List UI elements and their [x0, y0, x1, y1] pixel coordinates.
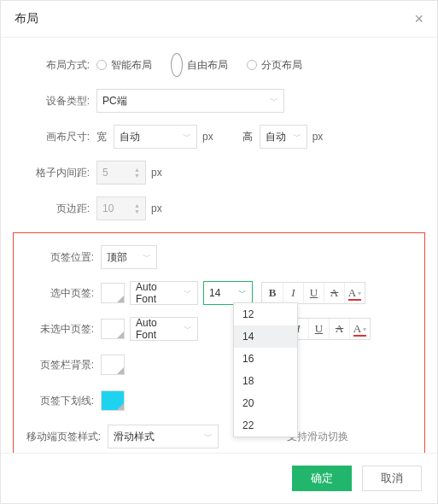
font-color-button[interactable]: A▾ [349, 319, 370, 339]
grid-gap-input[interactable]: ▲▼ [96, 161, 146, 185]
row-underline: 页签下划线: [22, 389, 416, 413]
chevron-up-icon: ▲ [134, 202, 140, 208]
underline-button[interactable]: U [303, 283, 324, 303]
close-icon[interactable]: × [414, 11, 423, 26]
radio-page-label: 分页布局 [261, 58, 302, 73]
stepper[interactable]: ▲▼ [134, 202, 140, 214]
device-value: PC端 [102, 94, 127, 108]
radio-page[interactable]: 分页布局 [247, 53, 302, 77]
radio-smart-label: 智能布局 [111, 58, 152, 73]
page-margin-input[interactable]: ▲▼ [96, 196, 146, 220]
cancel-button[interactable]: 取消 [362, 466, 422, 491]
dropdown-item[interactable]: 18 [234, 370, 297, 392]
label-mobile-tab: 移动端页签样式: [22, 430, 108, 444]
size-dropdown: 121416182022 [233, 302, 298, 437]
label-page-margin: 页边距: [18, 202, 96, 216]
ok-button[interactable]: 确定 [292, 466, 352, 491]
row-selected-tab: 选中页签: Auto Font ﹀ 14 ﹀ B I U A A▾ [22, 281, 416, 305]
chevron-down-icon: ﹀ [204, 431, 213, 442]
size-value: 14 [209, 287, 220, 299]
color-swatch[interactable] [101, 355, 125, 375]
dropdown-item[interactable]: 22 [234, 414, 297, 437]
unit-px: px [151, 202, 162, 214]
bold-button[interactable]: B [262, 283, 283, 303]
row-tab-pos: 页签位置: 顶部 ﹀ [22, 245, 416, 269]
row-mobile-tab: 移动端页签样式: 滑动样式 ﹀ 支持滑动切换 [22, 425, 416, 448]
page-margin-field [102, 202, 131, 214]
label-width: 宽 [96, 130, 107, 144]
row-tabbar-bg: 页签栏背景: [22, 353, 416, 377]
label-grid-gap: 格子内间距: [18, 166, 96, 180]
mobile-tab-select[interactable]: 滑动样式 ﹀ [108, 425, 219, 448]
radio-dot-icon [96, 60, 107, 70]
row-canvas: 画布尺寸: 宽 自动 ﹀ px 高 自动 ﹀ px [18, 125, 420, 149]
label-tab-pos: 页签位置: [22, 250, 101, 265]
row-grid-gap: 格子内间距: ▲▼ px [18, 161, 420, 185]
strike-button[interactable]: A [324, 283, 344, 303]
dropdown-item[interactable]: 14 [234, 325, 297, 348]
unit-px: px [312, 131, 324, 143]
radio-dot-icon [171, 53, 183, 77]
font-value: Auto Font [136, 281, 178, 305]
row-unselected-tab: 未选中页签: Auto Font ﹀ B I U A A▾ [22, 317, 416, 341]
color-bar-icon [348, 299, 361, 301]
chevron-down-icon: ﹀ [293, 131, 301, 143]
titlebar: 布局 × [1, 1, 437, 38]
color-swatch[interactable] [101, 283, 125, 303]
dialog-title: 布局 [15, 11, 38, 26]
label-height: 高 [242, 130, 253, 144]
dropdown-item[interactable]: 16 [234, 348, 297, 370]
unit-px: px [151, 167, 162, 179]
underline-button[interactable]: U [308, 319, 329, 339]
row-page-margin: 页边距: ▲▼ px [18, 196, 420, 220]
label-unselected-tab: 未选中页签: [22, 322, 101, 337]
unit-px: px [202, 131, 213, 143]
canvas-width-select[interactable]: 自动 ﹀ [114, 125, 197, 149]
chevron-down-icon: ﹀ [184, 287, 192, 299]
dropdown-item[interactable]: 12 [234, 303, 297, 325]
strike-button[interactable]: A [329, 319, 349, 339]
canvas-height-value: 自动 [266, 130, 286, 144]
font-select[interactable]: Auto Font ﹀ [130, 317, 198, 341]
font-select[interactable]: Auto Font ﹀ [130, 281, 198, 305]
canvas-height-group: 高 自动 ﹀ px [242, 125, 324, 149]
font-color-button[interactable]: A▾ [344, 283, 365, 303]
label-selected-tab: 选中页签: [22, 286, 101, 301]
tab-pos-select[interactable]: 顶部 ﹀ [101, 245, 157, 269]
font-value: Auto Font [136, 317, 178, 341]
row-device: 设备类型: PC端 ﹀ [18, 89, 420, 113]
format-toolbar: B I U A A▾ [261, 282, 365, 304]
layout-mode-radios: 智能布局 自由布局 分页布局 [96, 53, 302, 77]
dialog-body: 布局方式: 智能布局 自由布局 分页布局 设备类型: PC端 ﹀ 画布尺寸: 宽… [1, 38, 437, 453]
radio-smart[interactable]: 智能布局 [96, 53, 152, 77]
canvas-width-value: 自动 [120, 130, 140, 144]
canvas-width-group: 宽 自动 ﹀ px [96, 125, 213, 149]
color-bar-icon [353, 335, 366, 337]
dropdown-item[interactable]: 20 [234, 392, 297, 414]
chevron-down-icon: ﹀ [238, 287, 247, 299]
label-tabbar-bg: 页签栏背景: [22, 358, 101, 372]
chevron-down-icon: ▼ [134, 173, 140, 179]
canvas-height-select[interactable]: 自动 ﹀ [260, 125, 307, 149]
chevron-down-icon: ▼ [134, 208, 140, 214]
stepper[interactable]: ▲▼ [134, 167, 140, 179]
color-swatch[interactable] [101, 319, 125, 339]
label-device: 设备类型: [18, 94, 96, 108]
label-underline: 页签下划线: [22, 394, 101, 408]
layout-dialog: 布局 × 布局方式: 智能布局 自由布局 分页布局 设备类型: PC端 ﹀ 画布… [0, 0, 438, 504]
radio-free[interactable]: 自由布局 [171, 53, 228, 77]
italic-button[interactable]: I [283, 283, 303, 303]
radio-dot-icon [247, 60, 257, 70]
chevron-down-icon: ﹀ [184, 323, 192, 335]
size-select[interactable]: 14 ﹀ [203, 281, 253, 305]
grid-gap-field [102, 167, 131, 179]
chevron-down-icon: ﹀ [270, 95, 278, 107]
color-swatch[interactable] [101, 390, 125, 411]
dialog-footer: 确定 取消 [1, 453, 437, 503]
tabs-section: 页签位置: 顶部 ﹀ 选中页签: Auto Font ﹀ 14 ﹀ B [13, 232, 425, 453]
radio-free-label: 自由布局 [187, 58, 228, 73]
device-select[interactable]: PC端 ﹀ [96, 89, 284, 113]
chevron-down-icon: ﹀ [183, 131, 191, 143]
tab-pos-value: 顶部 [107, 250, 127, 265]
chevron-down-icon: ▾ [363, 325, 366, 333]
